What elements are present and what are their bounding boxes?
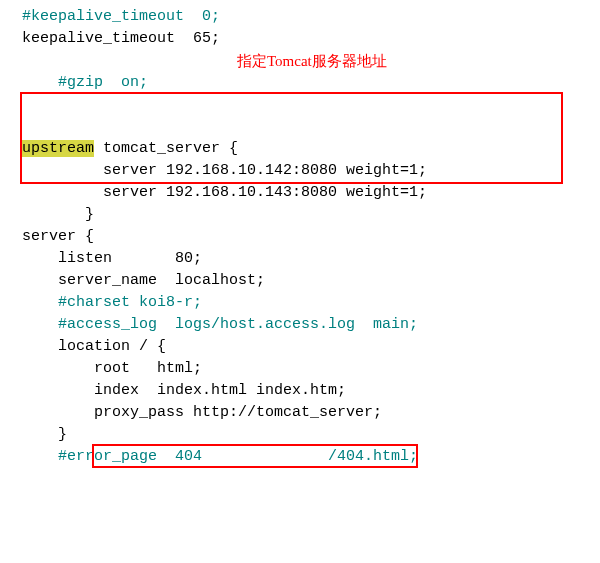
code-line: index index.html index.htm; xyxy=(22,380,600,402)
code-line: location / { xyxy=(22,336,600,358)
code-line: #access_log logs/host.access.log main; xyxy=(22,314,600,336)
code-line: } xyxy=(22,424,600,446)
code-line: root html; xyxy=(22,358,600,380)
gzip-comment: #gzip on; xyxy=(58,74,148,91)
code-line: listen 80; xyxy=(22,248,600,270)
code-line: server { xyxy=(22,226,600,248)
highlight-box-upstream xyxy=(20,92,563,184)
code-line: #charset koi8-r; xyxy=(22,292,600,314)
code-line: server 192.168.10.143:8080 weight=1; xyxy=(22,182,600,204)
code-line: server_name localhost; xyxy=(22,270,600,292)
code-line: } xyxy=(22,204,600,226)
annotation-label: 指定Tomcat服务器地址 xyxy=(237,50,387,72)
code-block: #keepalive_timeout 0; keepalive_timeout … xyxy=(22,6,600,468)
code-line: keepalive_timeout 65; xyxy=(22,28,600,50)
highlight-box-proxy-pass xyxy=(92,444,418,468)
code-line: proxy_pass http://tomcat_server; xyxy=(22,402,600,424)
code-line: #keepalive_timeout 0; xyxy=(22,6,600,28)
